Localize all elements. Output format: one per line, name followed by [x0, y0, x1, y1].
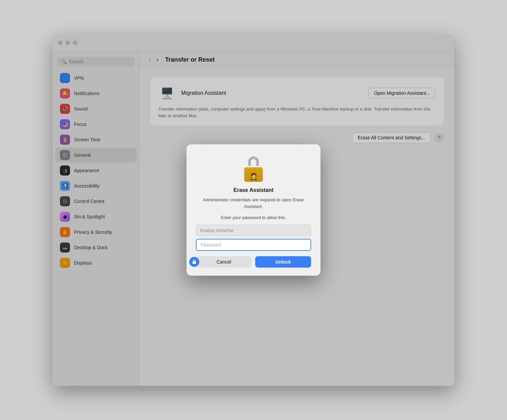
dialog-title: Erase Assistant [233, 187, 273, 193]
lock-icon: 🤵 [240, 155, 267, 182]
main-window: 🔍 Search 🌐 VPN 🔔 Notifications 🔊 Sound 🌙… [53, 34, 454, 386]
unlock-button[interactable]: Unlock [255, 256, 311, 268]
dialog-overlay: 🤵 Erase Assistant Administrator credenti… [53, 34, 454, 386]
erase-assistant-dialog: 🤵 Erase Assistant Administrator credenti… [187, 144, 320, 276]
tux-emoji: 🤵 [249, 172, 258, 181]
dialog-buttons: Cancel Unlock [196, 256, 311, 268]
unlock-badge-icon [189, 257, 199, 267]
username-field[interactable] [196, 225, 311, 236]
dialog-body-text: Administrator credentials are required t… [196, 197, 311, 210]
password-field[interactable] [196, 239, 311, 251]
dialog-enter-text: Enter your password to allow this. [221, 215, 286, 220]
cancel-button[interactable]: Cancel [196, 256, 252, 268]
